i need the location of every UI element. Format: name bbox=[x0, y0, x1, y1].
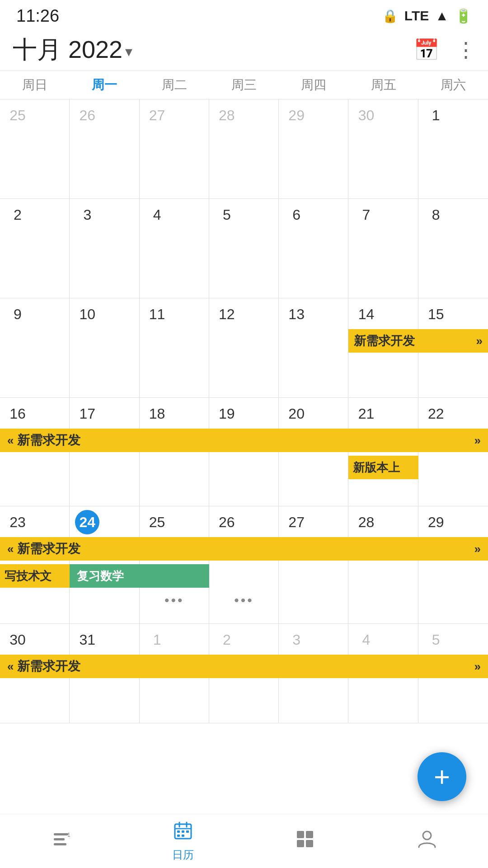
fab-add-button[interactable]: + bbox=[418, 752, 466, 801]
calendar-cell[interactable]: 29 bbox=[418, 506, 488, 624]
svg-rect-8 bbox=[177, 830, 180, 833]
calendar-cell[interactable]: 20 bbox=[279, 398, 348, 506]
nav-item-grid[interactable] bbox=[244, 829, 366, 854]
signal-icon: ▲ bbox=[435, 8, 449, 24]
day-number: 8 bbox=[424, 203, 448, 227]
event-xin-xuqiu-week6-full[interactable]: « 新需求开发 » bbox=[0, 655, 488, 678]
event-xiejishuwen[interactable]: 写技术文 bbox=[0, 564, 70, 588]
day-number: 25 bbox=[5, 103, 30, 127]
day-number: 4 bbox=[354, 627, 378, 652]
day-number: 2 bbox=[5, 203, 30, 227]
event-label: 新需求开发 bbox=[17, 540, 80, 557]
event-more-1[interactable]: ••• bbox=[140, 591, 209, 609]
day-number: 28 bbox=[215, 103, 239, 127]
nav-item-list[interactable]: 1 bbox=[0, 830, 122, 852]
event-xinbanben-week4[interactable]: 新版本上 bbox=[348, 456, 418, 479]
event-xin-xuqiu-week5-full[interactable]: « 新需求开发 » bbox=[0, 537, 488, 561]
calendar-cell[interactable]: 16 bbox=[0, 398, 70, 506]
day-header-fri: 周五 bbox=[348, 71, 418, 99]
calendar-cell[interactable]: 18 bbox=[140, 398, 209, 506]
svg-rect-16 bbox=[306, 840, 313, 847]
calendar-cell[interactable]: 1 bbox=[418, 99, 488, 198]
calendar-cell[interactable]: 29 bbox=[279, 99, 348, 198]
event-label: 新需求开发 bbox=[17, 658, 80, 675]
day-number: 6 bbox=[284, 203, 309, 227]
day-number: 11 bbox=[145, 302, 169, 326]
week-row-6: 30 31 1 2 3 4 5 « 新需求开发 » bbox=[0, 624, 488, 723]
day-number: 28 bbox=[354, 510, 378, 534]
more-indicator: ••• bbox=[234, 593, 254, 608]
calendar-cell[interactable]: 11 bbox=[140, 298, 209, 398]
day-number: 1 bbox=[145, 627, 169, 652]
week-row-1: 25 26 27 28 29 30 1 bbox=[0, 99, 488, 199]
status-icons: 🔒 LTE ▲ 🔋 bbox=[382, 8, 472, 24]
calendar-cell[interactable]: 28 bbox=[348, 506, 418, 624]
arrow-right-icon: » bbox=[476, 334, 483, 348]
dropdown-icon: ▾ bbox=[125, 43, 132, 60]
svg-rect-11 bbox=[177, 835, 180, 837]
calendar-cell[interactable]: 3 bbox=[70, 199, 139, 298]
day-number: 4 bbox=[145, 203, 169, 227]
battery-icon: 🔋 bbox=[455, 8, 472, 24]
calendar-cell[interactable]: 19 bbox=[209, 398, 279, 506]
calendar-cell[interactable]: 4 bbox=[140, 199, 209, 298]
event-fuxi-shuxue[interactable]: 复习数学 bbox=[70, 564, 209, 588]
svg-rect-10 bbox=[186, 830, 189, 833]
svg-rect-15 bbox=[297, 840, 304, 847]
calendar-cell[interactable]: 25 bbox=[0, 99, 70, 198]
header: 十月 2022 ▾ 📅 ⋮ bbox=[0, 29, 488, 71]
nav-item-person[interactable] bbox=[366, 829, 488, 854]
day-number: 25 bbox=[145, 510, 169, 534]
status-bar: 11:26 🔒 LTE ▲ 🔋 bbox=[0, 0, 488, 29]
calendar-cell[interactable]: 10 bbox=[70, 298, 139, 398]
calendar-cell[interactable]: 5 bbox=[209, 199, 279, 298]
calendar-cell[interactable]: 7 bbox=[348, 199, 418, 298]
more-indicator: ••• bbox=[164, 593, 184, 608]
header-title-group[interactable]: 十月 2022 ▾ bbox=[13, 33, 132, 66]
event-more-2[interactable]: ••• bbox=[209, 591, 279, 609]
calendar-cell[interactable]: 6 bbox=[279, 199, 348, 298]
grid-icon bbox=[295, 829, 315, 854]
day-number: 12 bbox=[215, 302, 239, 326]
calendar-cell[interactable]: 27 bbox=[140, 99, 209, 198]
calendar-cell[interactable]: 30 bbox=[348, 99, 418, 198]
more-options-icon[interactable]: ⋮ bbox=[455, 38, 475, 62]
day-number: 30 bbox=[5, 627, 30, 652]
calendar-cell[interactable]: 12 bbox=[209, 298, 279, 398]
calendar-cell[interactable]: 27 bbox=[279, 506, 348, 624]
calendar-cell[interactable]: 8 bbox=[418, 199, 488, 298]
day-number: 18 bbox=[145, 401, 169, 426]
day-number: 13 bbox=[284, 302, 309, 326]
event-xin-xuqiu-week3[interactable]: 新需求开发 » bbox=[348, 329, 488, 353]
day-number: 14 bbox=[354, 302, 378, 326]
arrow-left-icon: « bbox=[7, 660, 14, 674]
day-header-thu: 周四 bbox=[279, 71, 348, 99]
day-number: 5 bbox=[424, 627, 448, 652]
event-xin-xuqiu-week4-full[interactable]: « 新需求开发 » bbox=[0, 429, 488, 452]
week-row-5: 23 24 25 26 27 28 29 « 新需求开发 » 写技术文 复习数学… bbox=[0, 506, 488, 624]
calendar-cell[interactable]: 9 bbox=[0, 298, 70, 398]
calendar-cell[interactable]: 13 bbox=[279, 298, 348, 398]
day-headers: 周日 周一 周二 周三 周四 周五 周六 bbox=[0, 71, 488, 99]
arrow-right-icon: » bbox=[474, 660, 481, 674]
calendar-today-icon[interactable]: 📅 bbox=[413, 38, 439, 62]
arrow-left-icon: « bbox=[7, 542, 14, 556]
day-number: 10 bbox=[75, 302, 99, 326]
day-number: 1 bbox=[424, 103, 448, 127]
calendar-cell[interactable]: 21 bbox=[348, 398, 418, 506]
calendar-cell[interactable]: 26 bbox=[70, 99, 139, 198]
day-number: 30 bbox=[354, 103, 378, 127]
day-number: 29 bbox=[284, 103, 309, 127]
svg-rect-0 bbox=[54, 833, 68, 835]
day-number: 24 bbox=[75, 510, 99, 534]
nav-item-calendar[interactable]: 日历 bbox=[122, 821, 244, 862]
calendar-cell[interactable]: 2 bbox=[0, 199, 70, 298]
day-number: 7 bbox=[354, 203, 378, 227]
lte-signal-text: LTE bbox=[404, 8, 429, 24]
calendar-cell[interactable]: 22 bbox=[418, 398, 488, 506]
calendar-cell[interactable]: 28 bbox=[209, 99, 279, 198]
day-header-mon: 周一 bbox=[70, 71, 139, 99]
svg-point-17 bbox=[423, 831, 431, 840]
day-number: 21 bbox=[354, 401, 378, 426]
calendar-cell[interactable]: 17 bbox=[70, 398, 139, 506]
